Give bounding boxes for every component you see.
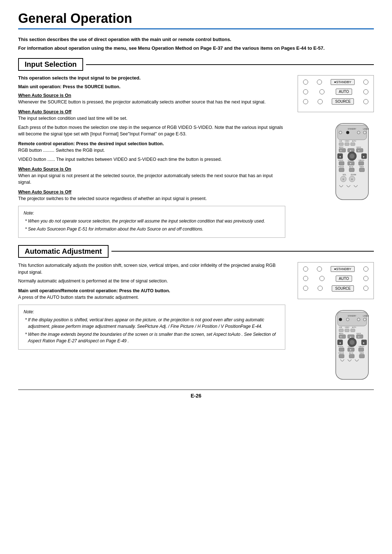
svg-text:▼: ▼ — [350, 349, 352, 351]
svg-text:MUTE: MUTE — [349, 166, 354, 168]
when-auto-on-header: When Auto Source is On — [18, 93, 285, 98]
svg-point-6 — [357, 131, 360, 134]
when-auto-off-header: When Auto Source is Off — [18, 109, 285, 114]
svg-text:QUICK: QUICK — [356, 333, 361, 334]
svg-text:LASER: LASER — [363, 128, 369, 130]
svg-rect-40 — [359, 168, 364, 172]
ctrl-row-auto: AUTO — [303, 89, 368, 95]
section1-note-label: Note: — [24, 210, 280, 216]
svg-text:MENU: MENU — [339, 146, 343, 148]
svg-text:QUICK: QUICK — [356, 146, 361, 148]
svg-text:►: ► — [363, 155, 365, 158]
auto-adjustment-title: Automatic Adjustment — [18, 245, 109, 258]
when-auto-off2-header: When Auto Source is Off — [18, 190, 285, 195]
svg-text:TIMER: TIMER — [359, 352, 364, 354]
input-selection-header: Input Selection — [18, 58, 374, 71]
ctrl-row-source: SOURCE — [303, 98, 368, 105]
section2-note-label: Note: — [24, 309, 280, 315]
ctrl-circle-1a — [303, 80, 308, 85]
svg-rect-81 — [359, 348, 364, 351]
when-auto-on-text: Whenever the SOURCE button is pressed, t… — [18, 99, 285, 106]
section1-note-list: When you do not operate source selection… — [24, 218, 280, 232]
svg-text:AUTO: AUTO — [352, 326, 356, 328]
ctrl2-source-btn: SOURCE — [332, 285, 354, 292]
svg-text:ZOOM: ZOOM — [351, 174, 356, 176]
svg-text:ENTER: ENTER — [338, 159, 343, 161]
svg-text:CANCEL: CANCEL — [359, 346, 365, 347]
when-auto-off2-text: The projector switches to the selected s… — [18, 195, 285, 202]
svg-text:MUTE: MUTE — [349, 352, 354, 354]
section1-title-line — [86, 64, 374, 65]
svg-rect-11 — [339, 143, 343, 146]
svg-rect-59 — [345, 329, 349, 332]
ctrl2-circle-3a — [303, 286, 308, 291]
rgb-button-text: RGB button ......... Switches the RGB in… — [18, 147, 285, 154]
control-panel-bottom: ●STANDBY AUTO SOURCE — [298, 262, 374, 299]
ctrl-circle-2c — [363, 89, 368, 94]
ctrl-circle-3c — [363, 99, 368, 104]
svg-text:AUTO: AUTO — [352, 140, 356, 142]
ctrl2-row-source: SOURCE — [303, 285, 368, 292]
ctrl-circle-2b — [319, 89, 324, 94]
auto-intro-text2: Normally automatic adjustment is perform… — [18, 278, 285, 285]
intro-section: This section describes the use of direct… — [18, 36, 374, 52]
section1-note-item-1: When you do not operate source selection… — [24, 218, 280, 224]
svg-text:STANDBY: STANDBY — [348, 315, 356, 317]
intro-line2: For information about operation using th… — [18, 45, 324, 51]
auto-adjustment-content: This function automatically adjusts the … — [18, 262, 374, 382]
auto-adjustment-left: This function automatically adjusts the … — [18, 262, 285, 382]
svg-text:▲: ▲ — [350, 150, 352, 152]
when-auto-off-text1: The input selection condition used last … — [18, 115, 285, 122]
intro-line1: This section describes the use of direct… — [18, 37, 231, 42]
svg-point-4 — [339, 131, 342, 134]
ctrl-source-btn: SOURCE — [332, 98, 354, 105]
svg-text:LASER: LASER — [363, 315, 369, 317]
input-selection-title: Input Selection — [18, 58, 83, 71]
ctrl-row-standby: ●STANDBY — [303, 79, 368, 85]
remote-control-image-2: STANDBY LASER SUB VIDEO AUTO MENU QUICK … — [330, 309, 374, 382]
svg-point-7 — [363, 131, 366, 134]
svg-text:MENU: MENU — [339, 333, 343, 334]
ctrl-circle-3b — [318, 99, 323, 104]
remote-svg-2: STANDBY LASER SUB VIDEO AUTO MENU QUICK … — [330, 309, 374, 381]
svg-rect-67 — [356, 335, 363, 338]
svg-rect-58 — [339, 329, 343, 332]
ctrl-circle-3a — [303, 99, 308, 104]
ctrl2-circle-2b — [319, 276, 324, 281]
page-title: General Operation — [18, 11, 374, 29]
input-selection-content: This operation selects the input signal … — [18, 75, 374, 238]
when-auto-on2-text: When an input signal is not present at t… — [18, 172, 285, 186]
svg-text:◄: ◄ — [339, 155, 341, 158]
section2-title-line — [111, 251, 374, 252]
svg-text:③: ③ — [342, 178, 344, 180]
input-selection-left: This operation selects the input signal … — [18, 75, 285, 238]
svg-rect-34 — [359, 162, 364, 165]
ctrl-auto-btn: AUTO — [336, 89, 352, 95]
svg-text:VIDEO: VIDEO — [345, 326, 349, 328]
svg-point-52 — [346, 318, 349, 321]
remote-header: Remote control operation: Press the desi… — [18, 141, 285, 146]
auto-adjustment-right: ●STANDBY AUTO SOURCE STANDBY — [294, 262, 374, 382]
svg-rect-12 — [345, 143, 349, 146]
auto-press-text: A press of the AUTO button starts the au… — [18, 294, 285, 301]
svg-text:FREEZE: FREEZE — [338, 166, 344, 168]
svg-text:VOL: VOL — [343, 174, 346, 176]
svg-rect-85 — [339, 354, 344, 358]
ctrl2-circle-1c — [363, 266, 368, 272]
section1-note-box: Note: When you do not operate source sel… — [18, 206, 285, 238]
video-button-text: VIDEO button ...... The input switches b… — [18, 156, 285, 163]
svg-text:VIDEO: VIDEO — [345, 140, 349, 142]
svg-text:TIMER: TIMER — [359, 166, 364, 168]
ctrl-circle-2a — [303, 89, 308, 94]
svg-text:④: ④ — [351, 178, 353, 180]
svg-rect-13 — [351, 143, 355, 146]
input-selection-right: ●STANDBY AUTO SOURCE — [294, 75, 374, 238]
svg-rect-38 — [339, 168, 344, 172]
ctrl2-auto-btn: AUTO — [336, 276, 352, 282]
svg-point-25 — [350, 154, 355, 159]
ctrl2-row-standby: ●STANDBY — [303, 266, 368, 272]
control-panel-top: ●STANDBY AUTO SOURCE — [298, 75, 374, 112]
ctrl2-standby-btn: ●STANDBY — [331, 266, 354, 272]
ctrl2-circle-1b — [317, 266, 322, 272]
svg-text:▼: ▼ — [350, 163, 352, 165]
